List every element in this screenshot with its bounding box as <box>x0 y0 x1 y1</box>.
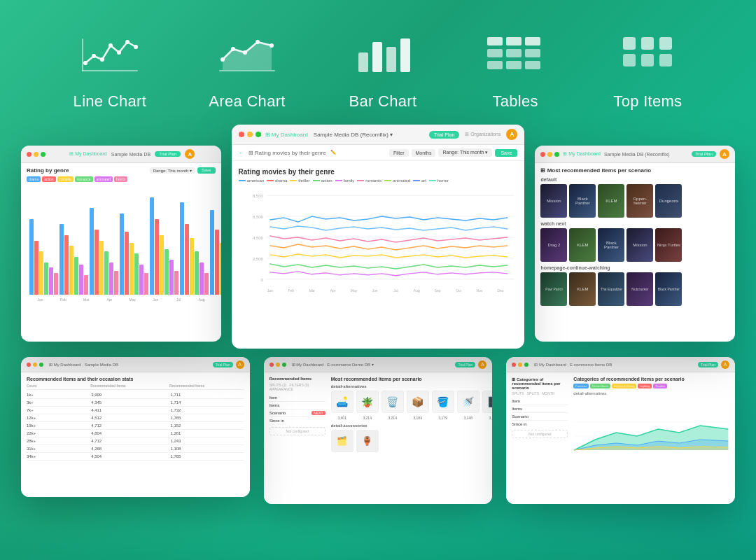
svg-point-12 <box>231 47 235 51</box>
movie-kent: KLEM <box>569 272 596 306</box>
area-chart-svg <box>573 398 729 461</box>
bottom-center-detail-acc: detail-accessories <box>331 424 493 428</box>
svg-text:Sep: Sep <box>434 288 440 293</box>
table-row: 28k+ 4,712 1,243 <box>27 438 244 445</box>
movie-mission2: Mission <box>626 228 653 262</box>
top-items-icon <box>612 28 682 84</box>
svg-rect-29 <box>623 37 636 50</box>
svg-text:0: 0 <box>260 278 263 282</box>
product-counts: 3,401 3,214 3,214 3,184 3,179 3,148 3,14… <box>331 416 493 420</box>
bottom-fade <box>0 525 756 560</box>
line-chart-screenshot: ⊞ My Dashboard Sample Media DB (Recomfli… <box>232 125 525 349</box>
svg-text:Aug: Aug <box>413 288 419 293</box>
svg-text:Apr: Apr <box>330 288 335 293</box>
movie-mission: Mission <box>540 184 567 218</box>
table-row: 34k+ 4,504 1,765 <box>27 453 244 461</box>
product-shelf: 🗂️ <box>331 430 354 452</box>
svg-rect-24 <box>506 49 522 57</box>
right-db-name: Sample Media DB (Recomflix) <box>604 152 670 157</box>
movie-black-panther: Black Panther <box>569 184 596 218</box>
center-range-btn[interactable]: Range: This month ▾ <box>438 148 492 157</box>
bar-group-1 <box>29 186 58 295</box>
svg-rect-0 <box>82 70 138 71</box>
svg-point-7 <box>125 40 130 44</box>
svg-rect-32 <box>623 54 636 66</box>
svg-text:8,500: 8,500 <box>253 194 264 198</box>
svg-rect-1 <box>82 38 83 71</box>
svg-point-14 <box>255 40 260 44</box>
icons-row: Line Chart Area Chart <box>0 0 756 125</box>
svg-rect-25 <box>525 49 540 57</box>
table-row: 22k+ 4,804 1,261 <box>27 430 244 438</box>
area-chart-label: Area Chart <box>209 92 285 111</box>
bottom-right-tags: Furniture Home Decor Kitchen & Dining Li… <box>573 384 729 388</box>
right-trial-badge: Trial Plan <box>692 151 716 157</box>
center-edit-icon[interactable]: ✏️ <box>330 150 337 155</box>
product-plant: 🪴 <box>356 391 379 413</box>
bottom-left-trial: Trial Plan <box>213 362 233 368</box>
bottom-right-detail-alt: detail-alternatives <box>573 391 729 396</box>
bar-group-7 <box>210 186 221 295</box>
svg-text:Feb: Feb <box>288 288 294 293</box>
center-filter-btn[interactable]: Filter <box>389 149 409 157</box>
bottom-center-scenarios: Item Items ScenarioNEXT Since in <box>270 394 326 424</box>
area-chart-icon-group: Area Chart <box>209 28 285 111</box>
bar-group-4 <box>120 186 148 295</box>
svg-marker-10 <box>223 42 272 70</box>
table-row: 3k+ 4,345 1,714 <box>27 399 244 407</box>
svg-point-6 <box>117 50 121 55</box>
movie-oppenheimer: Oppen-heimer <box>626 184 653 218</box>
center-save-btn[interactable]: Save <box>495 149 517 157</box>
movie-klem: KLEM <box>598 184 624 218</box>
table-header: Count Recommended Items Recommended Item… <box>27 384 244 390</box>
bottom-center-not-configured: Not configured <box>270 427 326 435</box>
center-months-btn[interactable]: Months <box>412 149 436 157</box>
product-shower: 🚿 <box>457 391 479 413</box>
center-chart-title: Rating movies by their genre <box>239 168 518 176</box>
right-section-default: default <box>540 177 729 182</box>
left-avatar: A <box>185 149 195 159</box>
movie-ninja: Ninja Turtles <box>655 228 682 262</box>
left-range-btn[interactable]: Range: This month ▾ <box>150 167 195 174</box>
center-breadcrumb: ⊞ My Dashboard <box>265 132 308 138</box>
product-bucket: 🪣 <box>432 391 454 413</box>
center-trial-badge: Trial Plan <box>429 131 459 139</box>
svg-point-8 <box>134 45 138 49</box>
movie-klem2: KLEM <box>569 228 596 262</box>
svg-text:Nov: Nov <box>476 288 482 293</box>
left-save-btn[interactable]: Save <box>197 167 216 174</box>
bottom-left-title: ⊞ My Dashboard · Sample Media DB <box>49 362 118 367</box>
center-section-label: ⊞ Rating movies by their genre <box>248 150 326 156</box>
table-row: 19k+ 4,712 1,152 <box>27 422 244 430</box>
left-card-breadcrumb: ⊞ My Dashboard <box>69 151 106 157</box>
bottom-center-detail-alt: detail-alternatives <box>331 384 493 388</box>
svg-rect-31 <box>659 37 672 50</box>
left-card-db: Sample Media DB <box>111 152 150 157</box>
bar-chart-icon <box>348 28 418 84</box>
tables-icon-group: Tables <box>480 28 550 111</box>
svg-text:Mar: Mar <box>309 288 315 293</box>
product-vase: 🏺 <box>356 430 379 452</box>
svg-rect-28 <box>525 61 540 69</box>
center-db-name: Sample Media DB (Recomflix) ▾ <box>314 132 393 138</box>
right-movie-row-watchnext: Drag 2 KLEM Black Panther Mission Ninja … <box>540 228 729 262</box>
tag-comedy: comedy <box>57 176 74 182</box>
tables-icon <box>480 28 550 84</box>
bottom-center-splits: SPLITS (2) FILTERS (0) APPEARANCE <box>270 383 326 391</box>
svg-point-15 <box>270 43 274 48</box>
area-chart-icon <box>212 28 282 84</box>
svg-rect-30 <box>641 37 654 50</box>
svg-rect-27 <box>506 61 522 69</box>
product-recs-screenshot: ⊞ My Dashboard · E-commerce Demo DB ▾ Tr… <box>264 357 493 504</box>
table-screenshot: ⊞ My Dashboard · Sample Media DB Trial P… <box>21 357 250 497</box>
center-avatar: A <box>506 129 517 140</box>
svg-text:Jan: Jan <box>267 288 272 293</box>
bottom-left-section: Recommended items and their occasion sta… <box>27 377 244 382</box>
movie-black-panther2: Black Panther <box>598 228 624 262</box>
center-back-btn[interactable]: ← <box>239 150 244 156</box>
x-axis-labels: Jan Feb Mar Apr May Jun Jul Aug <box>27 296 216 302</box>
right-section-watchnext: watch next <box>540 221 729 226</box>
bottom-center-avatar: A <box>478 360 486 369</box>
table-row: 12k+ 4,512 1,765 <box>27 414 244 422</box>
svg-point-11 <box>220 57 225 62</box>
